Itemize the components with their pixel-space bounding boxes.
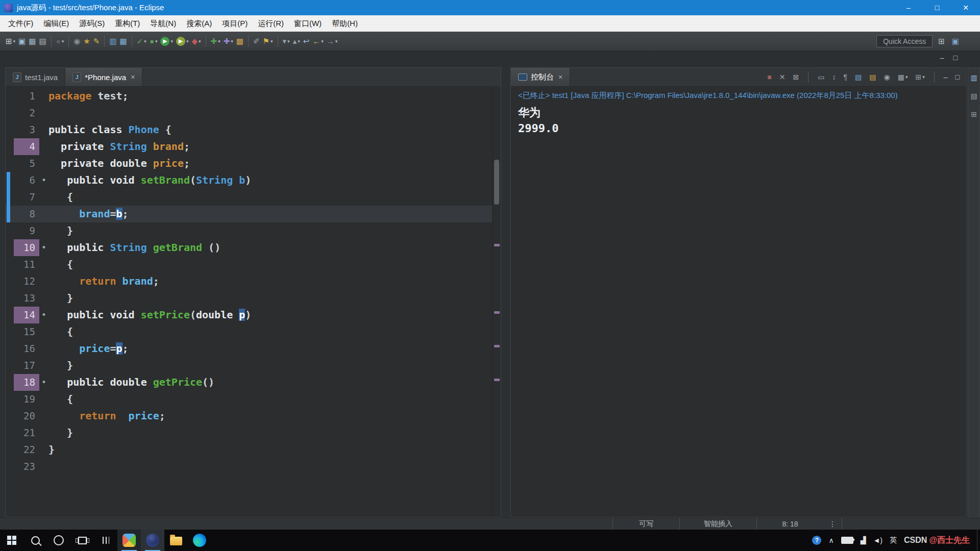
back-icon[interactable]: ←▾ xyxy=(311,35,325,48)
line-number[interactable]: 4 xyxy=(14,138,39,155)
clear-console-icon[interactable]: ▭ xyxy=(817,70,825,84)
console-body[interactable]: <已终止> test1 [Java 应用程序] C:\Program Files… xyxy=(511,87,966,140)
open-type-icon[interactable]: ✐ xyxy=(252,35,261,48)
table-icon[interactable]: ▦ xyxy=(119,35,128,48)
forward-icon[interactable]: →▾ xyxy=(326,35,339,48)
debug-icon[interactable]: ●▾ xyxy=(149,35,159,48)
line-number[interactable]: 12 xyxy=(14,273,39,290)
code-line[interactable]: 22} xyxy=(6,441,501,458)
line-number[interactable]: 6 xyxy=(14,172,39,189)
taskbar-search-button[interactable] xyxy=(23,530,47,551)
volume-icon[interactable]: ◄) xyxy=(873,536,883,544)
ant-icon[interactable]: ★ xyxy=(82,35,91,48)
line-number[interactable]: 5 xyxy=(14,155,39,172)
line-number[interactable]: 21 xyxy=(14,424,39,441)
code-line[interactable]: 18• public double getPrice() xyxy=(6,374,501,391)
line-number[interactable]: 14 xyxy=(14,307,39,323)
code-line[interactable]: 19 { xyxy=(6,391,501,408)
new-class-icon[interactable]: ✚▾ xyxy=(210,35,222,48)
code-line[interactable]: 10• public String getBrand () xyxy=(6,239,501,256)
help-tray-icon[interactable]: ? xyxy=(812,536,821,545)
scroll-lock-icon[interactable]: ↕ xyxy=(831,70,837,84)
code-line[interactable]: 1package test; xyxy=(6,88,501,105)
next-annotation-icon[interactable]: ▾▾ xyxy=(282,35,291,48)
line-number[interactable]: 8 xyxy=(14,206,39,222)
open-fastview-icon[interactable]: ⊞ xyxy=(970,108,978,121)
menu-item-搜索A[interactable]: 搜索(A) xyxy=(181,16,217,31)
view-minimize-icon[interactable]: – xyxy=(940,54,944,62)
line-number[interactable]: 23 xyxy=(14,458,39,475)
remove-all-launches-icon[interactable]: ⊠ xyxy=(792,70,800,84)
pin-console-icon[interactable]: ◉ xyxy=(883,70,891,84)
line-number[interactable]: 1 xyxy=(14,88,39,105)
menu-item-项目P[interactable]: 项目(P) xyxy=(217,16,253,31)
code-line[interactable]: 12 return brand; xyxy=(6,273,501,290)
code-line[interactable]: 21 } xyxy=(6,424,501,441)
line-number[interactable]: 18 xyxy=(14,374,39,391)
line-number[interactable]: 19 xyxy=(14,391,39,408)
line-number[interactable]: 15 xyxy=(14,323,39,340)
code-line[interactable]: 20 return price; xyxy=(6,408,501,424)
pinned-bars-button[interactable] xyxy=(94,530,117,551)
menu-item-帮助H[interactable]: 帮助(H) xyxy=(327,16,363,31)
minimize-view-icon[interactable]: – xyxy=(943,70,949,84)
open-console-icon[interactable]: ⊞▾ xyxy=(914,70,925,84)
line-number[interactable]: 17 xyxy=(14,357,39,374)
editor-content[interactable]: 1package test;23public class Phone {4 pr… xyxy=(6,87,501,519)
print-icon[interactable]: ▤ xyxy=(38,35,47,48)
menu-item-导航N[interactable]: 导航(N) xyxy=(145,16,181,31)
taskbar-app-explorer[interactable] xyxy=(164,530,188,551)
line-number[interactable]: 9 xyxy=(14,222,39,239)
status-more-icon[interactable]: ⋮ xyxy=(823,520,842,528)
line-number[interactable]: 7 xyxy=(14,189,39,206)
terminate-icon[interactable]: ■ xyxy=(766,70,772,84)
code-line[interactable]: 15 { xyxy=(6,323,501,340)
maximize-button[interactable]: □ xyxy=(923,0,951,15)
line-number[interactable]: 11 xyxy=(14,256,39,273)
network-icon[interactable]: ▟ xyxy=(861,536,866,544)
panel-sash[interactable] xyxy=(501,67,510,517)
code-line[interactable]: 5 private double price; xyxy=(6,155,501,172)
line-number[interactable]: 16 xyxy=(14,340,39,357)
maximize-view-icon[interactable]: □ xyxy=(954,70,961,84)
remove-launch-icon[interactable]: ✕ xyxy=(778,70,787,84)
menu-item-源码S[interactable]: 源码(S) xyxy=(74,16,110,31)
browser-icon[interactable]: ●▾ xyxy=(55,35,65,48)
show-stderr-icon[interactable]: ▤ xyxy=(868,70,877,84)
prev-annotation-icon[interactable]: ▴▾ xyxy=(292,35,301,48)
word-wrap-icon[interactable]: ¶ xyxy=(842,70,848,84)
close-icon[interactable]: × xyxy=(558,73,562,81)
save-all-icon[interactable]: ▦ xyxy=(28,35,37,48)
java-perspective-icon[interactable]: ▣ xyxy=(951,35,960,48)
jsp-pencil-icon[interactable]: ✎ xyxy=(92,35,101,48)
code-line[interactable]: 23 xyxy=(6,458,501,475)
external-tools-icon[interactable]: ◉ xyxy=(72,35,81,48)
code-line[interactable]: 3public class Phone { xyxy=(6,121,501,138)
menu-item-窗口W[interactable]: 窗口(W) xyxy=(289,16,327,31)
line-number[interactable]: 20 xyxy=(14,408,39,424)
close-button[interactable]: ✕ xyxy=(951,0,980,15)
line-number[interactable]: 22 xyxy=(14,441,39,458)
line-number[interactable]: 10 xyxy=(14,239,39,256)
code-line[interactable]: 8 brand=b; xyxy=(6,206,501,222)
code-line[interactable]: 6• public void setBrand(String b) xyxy=(6,172,501,189)
code-line[interactable]: 13 } xyxy=(6,290,501,307)
profile-icon[interactable]: ▶▾ xyxy=(175,35,190,48)
tab-test1java[interactable]: Jtest1.java xyxy=(6,68,65,86)
junit-icon[interactable]: ✓▾ xyxy=(136,35,148,48)
task-view-button[interactable] xyxy=(70,530,94,551)
code-line[interactable]: 11 { xyxy=(6,256,501,273)
menu-item-文件F[interactable]: 文件(F) xyxy=(3,16,38,31)
code-line[interactable]: 16 price=p; xyxy=(6,340,501,357)
view-restore-icon[interactable]: □ xyxy=(953,54,958,62)
menu-item-编辑E[interactable]: 编辑(E) xyxy=(38,16,74,31)
show-stdout-icon[interactable]: ▤ xyxy=(854,70,863,84)
open-perspective-icon[interactable]: ⊞ xyxy=(937,35,946,48)
show-desktop-button[interactable] xyxy=(977,530,980,551)
quick-access-button[interactable]: Quick Access xyxy=(876,35,933,47)
line-number[interactable]: 2 xyxy=(14,105,39,121)
fast-view-icon[interactable]: ▤ xyxy=(969,89,978,103)
display-console-icon[interactable]: ▦▾ xyxy=(897,70,909,84)
run-icon[interactable]: ▶▾ xyxy=(159,35,174,48)
menu-item-重构T[interactable]: 重构(T) xyxy=(110,16,145,31)
